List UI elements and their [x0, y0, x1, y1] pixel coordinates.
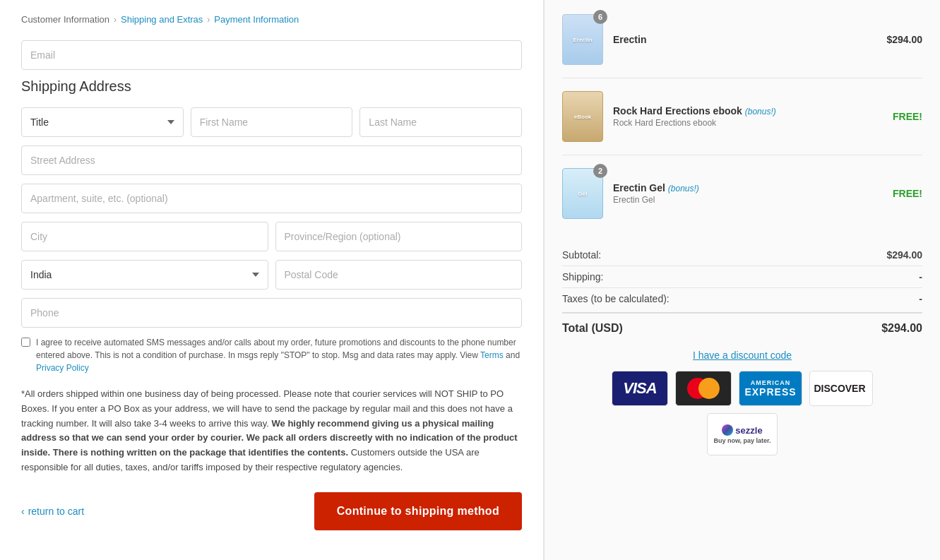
name-row: Title Mr. Mrs. Ms. Dr. [21, 107, 522, 137]
order-items: Erectin 6 Erectin $294.00 eBook [562, 14, 922, 232]
shipping-label: Shipping: [562, 271, 603, 282]
taxes-row: Taxes (to be calculated): - [562, 287, 922, 309]
province-field [275, 222, 523, 251]
postal-input[interactable] [275, 260, 523, 290]
firstname-input[interactable] [191, 107, 353, 137]
gel-sub: Erectin Gel [613, 195, 883, 205]
postal-field [275, 260, 523, 290]
sezzle-logo-row: sezzle [722, 424, 762, 436]
sezzle-logo-mark [722, 424, 733, 436]
breadcrumb-step3[interactable]: Payment Information [214, 14, 299, 25]
city-province-row [21, 222, 522, 251]
title-field: Title Mr. Mrs. Ms. Dr. [21, 107, 184, 137]
sms-consent-text: I agree to receive automated SMS message… [36, 336, 522, 374]
item-image-gel: Gel 2 [562, 168, 603, 219]
subtotal-value: $294.00 [886, 249, 922, 261]
country-field: India United States United Kingdom Canad… [21, 260, 268, 290]
return-to-cart-link[interactable]: ‹ return to cart [21, 506, 84, 517]
payment-icons: VISA AMERICAN EXPRESS DISCOVER [562, 371, 922, 406]
shipping-value: - [919, 271, 922, 282]
order-item-ebook: eBook Rock Hard Erections ebook (bonus!)… [562, 91, 922, 155]
sezzle-wrapper: sezzle Buy now, pay later. [562, 413, 922, 455]
breadcrumb-sep1: › [114, 15, 117, 25]
sms-label-text: I agree to receive automated SMS message… [36, 338, 516, 360]
taxes-label: Taxes (to be calculated): [562, 293, 670, 304]
shipping-address-title: Shipping Address [21, 78, 522, 95]
province-input[interactable] [275, 222, 523, 251]
breadcrumb-step2[interactable]: Shipping and Extras [121, 14, 203, 25]
order-item-gel: Gel 2 Erectin Gel (bonus!) Erectin Gel F… [562, 168, 922, 232]
gel-name: Erectin Gel (bonus!) [613, 182, 883, 193]
shipping-row: Shipping: - [562, 266, 922, 287]
breadcrumb-step1: Customer Information [21, 14, 109, 25]
sms-checkbox[interactable] [21, 338, 30, 347]
erectin-badge: 6 [593, 10, 607, 24]
erectin-info: Erectin [613, 34, 876, 45]
email-group [21, 40, 522, 70]
breadcrumb: Customer Information › Shipping and Extr… [21, 14, 522, 25]
country-select[interactable]: India United States United Kingdom Canad… [21, 260, 268, 290]
city-field [21, 222, 268, 251]
gel-price: FREE! [893, 188, 922, 199]
amex-icon: AMERICAN EXPRESS [739, 371, 802, 406]
item-image-erectin: Erectin 6 [562, 14, 603, 65]
mc-orange-circle [698, 378, 720, 399]
amex-line1: AMERICAN [751, 379, 791, 386]
ebook-name: Rock Hard Erections ebook (bonus!) [613, 105, 883, 117]
total-row: Total (USD) $294.00 [562, 312, 922, 340]
order-item-erectin: Erectin 6 Erectin $294.00 [562, 14, 922, 78]
discover-icon: DISCOVER [809, 371, 873, 406]
order-summary-panel: Erectin 6 Erectin $294.00 eBook [544, 0, 940, 560]
visa-icon: VISA [612, 371, 668, 406]
breadcrumb-sep2: › [207, 15, 210, 25]
lastname-field [359, 107, 522, 137]
discover-label: DISCOVER [814, 383, 865, 394]
country-postal-row: India United States United Kingdom Canad… [21, 260, 522, 290]
shipping-notice: *All orders shipped within one business … [21, 387, 522, 475]
sezzle-icon: sezzle Buy now, pay later. [707, 413, 778, 455]
visa-label: VISA [623, 379, 656, 398]
ebook-sub: Rock Hard Erections ebook [613, 118, 883, 128]
order-summary: Subtotal: $294.00 Shipping: - Taxes (to … [562, 244, 922, 340]
subtotal-row: Subtotal: $294.00 [562, 244, 922, 266]
apartment-input[interactable] [21, 184, 522, 213]
sezzle-tagline: Buy now, pay later. [713, 437, 771, 444]
phone-group [21, 298, 522, 328]
sezzle-label: sezzle [735, 425, 762, 436]
firstname-field [191, 107, 353, 137]
mastercard-icon [675, 371, 732, 406]
street-group [21, 145, 522, 175]
erectin-name: Erectin [613, 34, 876, 45]
continue-button[interactable]: Continue to shipping method [314, 492, 522, 530]
gel-info: Erectin Gel (bonus!) Erectin Gel [613, 182, 883, 205]
discount-code-link[interactable]: I have a discount code [562, 350, 922, 361]
sms-and-text: and [506, 350, 520, 360]
privacy-link[interactable]: Privacy Policy [36, 363, 89, 373]
total-label: Total (USD) [562, 322, 623, 335]
mastercard-circles [687, 378, 720, 399]
return-to-cart-label: return to cart [28, 506, 84, 517]
apartment-group [21, 184, 522, 213]
ebook-product-image: eBook [562, 91, 603, 142]
city-input[interactable] [21, 222, 268, 251]
amex-line2: EXPRESS [744, 386, 796, 398]
erectin-price: $294.00 [886, 34, 922, 45]
bottom-bar: ‹ return to cart Continue to shipping me… [21, 492, 522, 530]
left-arrow-icon: ‹ [21, 506, 25, 517]
ebook-bonus-label: (bonus!) [745, 107, 776, 117]
ebook-price: FREE! [893, 111, 922, 122]
ebook-info: Rock Hard Erections ebook (bonus!) Rock … [613, 105, 883, 128]
phone-input[interactable] [21, 298, 522, 328]
subtotal-label: Subtotal: [562, 249, 601, 261]
sms-consent-row: I agree to receive automated SMS message… [21, 336, 522, 374]
gel-bonus-label: (bonus!) [668, 184, 699, 193]
taxes-value: - [919, 293, 922, 304]
item-image-ebook: eBook [562, 91, 603, 142]
terms-link[interactable]: Terms [480, 350, 504, 360]
title-select[interactable]: Title Mr. Mrs. Ms. Dr. [21, 107, 184, 137]
total-value: $294.00 [881, 322, 922, 335]
email-field[interactable] [21, 40, 522, 70]
street-input[interactable] [21, 145, 522, 175]
gel-badge: 2 [593, 164, 607, 178]
lastname-input[interactable] [359, 107, 522, 137]
